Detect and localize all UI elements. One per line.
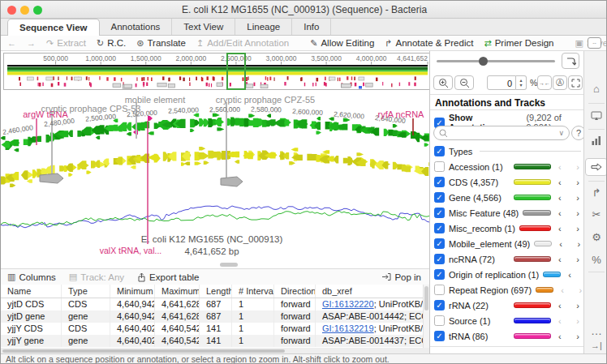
table-row[interactable]: yjtD CDSCDS4,640,9424,641,6286871forward… [1,298,423,310]
tab-annotations[interactable]: Annotations [100,19,173,35]
zoom-to-annotation-button[interactable]: Ⓐ [553,75,567,90]
more-options-icon[interactable]: … [584,324,607,337]
fit-to-width-button[interactable]: →← [537,75,552,90]
collapse-panel-icon[interactable]: →| [584,340,607,350]
zoom-in-button[interactable] [433,75,453,90]
column-header-maximum[interactable]: Maximum [155,285,200,298]
tab-lineage[interactable]: Lineage [235,19,292,35]
annotation-label-prophage-cps53[interactable]: cryptic prophage CPS-53 [41,104,141,113]
zoom-slider[interactable] [437,60,555,62]
export-table-button[interactable]: Export table [137,272,199,282]
annotate-arrow-icon[interactable]: ↱ [584,186,607,199]
type-checkbox[interactable]: ✓ [434,300,445,310]
column-header-intervals[interactable]: # Intervals [232,285,274,298]
type-checkbox[interactable]: ✓ [434,269,445,280]
prev-annotation-icon[interactable]: ‹ [558,193,562,203]
next-annotation-icon[interactable]: › [579,285,582,295]
prev-annotation-icon[interactable]: ‹ [558,162,562,172]
type-color-bar[interactable] [514,179,551,185]
prev-annotation-icon[interactable]: ‹ [558,208,562,218]
prev-annotation-icon[interactable]: ‹ [558,178,562,187]
column-header-direction[interactable]: Direction [274,285,316,298]
column-header-name[interactable]: Name [1,285,62,298]
type-checkbox[interactable] [434,315,445,326]
percent-icon[interactable]: % [584,254,607,266]
column-header-length[interactable]: Length [200,285,232,298]
zoom-stepper[interactable]: ▴▾ [516,75,527,90]
type-color-bar[interactable] [514,333,551,339]
next-annotation-icon[interactable]: › [576,178,579,187]
type-color-bar[interactable] [536,287,553,293]
full-zoom-button[interactable] [568,75,583,90]
zoom-percent-input[interactable]: 0 [487,75,516,90]
chevron-down-icon[interactable]: ∨ [558,129,564,137]
sequence-view-canvas[interactable]: 2,460,0002,480,0002,500,0002,520,0002,54… [1,92,429,268]
reverse-complement-button[interactable]: ↻R.C. [97,38,126,49]
annotation-label-ryfa-ncrna[interactable]: ryfA ncRNA [378,109,424,119]
type-checkbox[interactable]: ✓ [434,254,445,264]
type-checkbox[interactable]: ✓ [434,177,445,187]
prev-annotation-icon[interactable]: ‹ [559,239,562,249]
prev-annotation-icon[interactable]: ‹ [568,270,571,280]
zoom-out-button[interactable] [454,75,474,90]
prev-annotation-icon[interactable]: ‹ [561,285,564,295]
type-color-bar[interactable] [534,241,552,246]
prev-annotation-icon[interactable]: ‹ [558,316,562,326]
next-annotation-icon[interactable]: › [576,255,579,264]
extract-button[interactable]: ↷Extract [46,38,86,49]
back-button[interactable]: ← [7,38,16,48]
column-header-minimum[interactable]: Minimum ▼ [110,285,155,298]
table-row[interactable]: yjtD genegene4,640,9424,641,6286871forwa… [1,310,423,323]
table-vertical-scrollbar[interactable] [423,285,429,348]
home-icon[interactable]: ⌂ [584,83,607,95]
table-row[interactable]: yjjY CDSCDS4,640,4024,640,5421411forward… [1,323,423,335]
type-color-bar[interactable] [519,225,551,231]
overview-selection-box[interactable] [226,53,246,90]
type-checkbox[interactable] [434,161,445,172]
annotation-label-valx-trna[interactable]: valX tRNA, val... [100,246,161,255]
primer-design-button[interactable]: ⇄Primer Design [484,38,553,49]
prev-annotation-icon[interactable]: ‹ [558,224,562,233]
type-checkbox[interactable]: ✓ [434,331,445,341]
gear-icon[interactable]: ⚙ [584,231,607,243]
db-xref-link[interactable]: GI:16132220 [322,299,374,309]
next-annotation-icon[interactable]: › [578,239,581,249]
track-filter-button[interactable]: ▤Track: Any [69,272,124,282]
type-checkbox[interactable]: ✓ [434,208,445,218]
type-color-bar[interactable] [543,272,561,277]
next-annotation-icon[interactable]: › [576,316,579,326]
type-checkbox[interactable] [434,285,445,295]
prev-annotation-icon[interactable]: ‹ [558,332,562,341]
type-color-bar[interactable] [514,164,551,169]
table-horizontal-scrollbar[interactable] [1,348,429,353]
next-annotation-icon[interactable]: › [576,162,579,172]
annotate-predict-button[interactable]: ↱Annotate & Predict [385,38,473,49]
db-xref-link[interactable]: GI:16132219 [322,323,374,333]
forward-button[interactable]: → [27,38,36,48]
zoom-slider-handle[interactable] [479,57,488,66]
next-annotation-icon[interactable]: › [576,193,579,203]
next-annotation-icon[interactable]: › [576,208,579,218]
screen-view-icon[interactable] [591,111,602,121]
next-annotation-icon[interactable]: › [576,224,579,233]
prev-annotation-icon[interactable]: ‹ [558,301,562,310]
add-edit-annotation-button[interactable]: ↥Add/Edit Annotation [196,38,289,49]
annotation-search-input[interactable]: ∨ [433,126,570,140]
type-color-bar[interactable] [523,210,551,216]
annotation-label-prophage-cpz55[interactable]: cryptic prophage CPZ-55 [216,95,315,105]
translate-button[interactable]: ⊛Translate [136,38,186,49]
scrollbar-thumb[interactable] [2,349,285,353]
tab-info[interactable]: Info [292,19,331,35]
type-checkbox[interactable]: ✓ [434,238,445,249]
type-color-bar[interactable] [514,256,551,262]
type-color-bar[interactable] [514,302,551,308]
tab-sequence-view[interactable]: Sequence View [7,19,100,36]
annotation-label-mobile-element[interactable]: mobile element [125,95,186,105]
reset-zoom-button[interactable] [562,53,579,69]
scissors-icon[interactable]: ✂ [584,208,607,221]
columns-button[interactable]: ▥Columns [7,272,56,282]
table-row[interactable]: yjjY genegene4,640,4024,640,5421411forwa… [1,335,423,347]
type-color-bar[interactable] [514,195,551,200]
scrollbar-thumb[interactable] [424,286,428,310]
genome-overview-panel[interactable]: 500,0001,000,0001,500,0002,000,0002,500,… [3,53,433,90]
